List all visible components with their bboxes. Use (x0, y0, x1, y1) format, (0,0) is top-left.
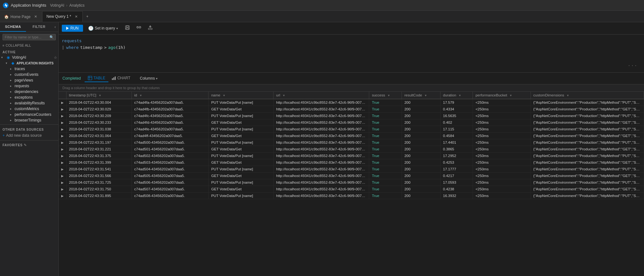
breadcrumb-item-2[interactable]: Analytics (69, 3, 85, 8)
row-expand-cell[interactable]: ▶ (59, 186, 66, 193)
row-expand-cell[interactable]: ▶ (59, 193, 66, 199)
row-expand-cell[interactable]: ▶ (59, 159, 66, 166)
row-expand-cell[interactable]: ▶ (59, 119, 66, 126)
tab-add[interactable]: + (83, 11, 92, 22)
sidebar-item-browsertimings[interactable]: ▸ browserTimings (0, 117, 58, 123)
th-timestamp[interactable]: timestamp [UTC] ▼ (66, 92, 132, 99)
row-expand-cell[interactable]: ▶ (59, 139, 66, 146)
expand-arrow-icon[interactable]: ▶ (61, 187, 64, 191)
success-filter-icon[interactable]: ▼ (387, 94, 390, 97)
export-button[interactable] (146, 24, 155, 32)
share-query-button[interactable] (134, 24, 143, 32)
expand-arrow-icon[interactable]: ▶ (61, 174, 64, 178)
expand-arrow-icon[interactable]: ▶ (61, 121, 64, 124)
collapse-all-btn[interactable]: ≡ COLLAPSE ALL (0, 42, 58, 49)
sidebar-tab-filter[interactable]: FILTER (26, 22, 52, 32)
save-query-button[interactable] (123, 24, 132, 32)
expand-arrow-icon[interactable]: ▶ (61, 161, 64, 164)
table-cell: {"AspNetCoreEnvironment":"Production","h… (531, 119, 644, 126)
table-row: ▶2018-04-02T22:43:31.221c74ad501-4345620… (59, 146, 644, 153)
votingai-star[interactable]: ☆ (54, 56, 57, 60)
row-expand-cell[interactable]: ▶ (59, 113, 66, 119)
table-cell: http://localhost:49341/c9bc8552-83e7-42c… (274, 133, 369, 139)
favorites-edit-icon[interactable]: ✎ (24, 143, 27, 147)
tab-table[interactable]: TABLE (85, 75, 108, 82)
table-cell: 200 (402, 126, 440, 133)
query-editor[interactable]: requests | where timestamp > ago (1h) ··… (59, 35, 644, 73)
run-button[interactable]: RUN (62, 25, 83, 32)
expand-arrow-icon[interactable]: ▶ (61, 168, 64, 171)
expand-arrow-icon[interactable]: ▶ (61, 141, 64, 144)
resultcode-filter-icon[interactable]: ▼ (424, 94, 427, 97)
editor-ago-arg: (1h) (116, 44, 126, 51)
table-cell: {"AspNetCoreEnvironment":"Production","h… (531, 186, 644, 193)
tab-home-close[interactable]: ✕ (33, 14, 38, 19)
table-cell: <250ms (473, 119, 531, 126)
sidebar-item-availabilityresults[interactable]: ▸ availabilityResults (0, 100, 58, 106)
sidebar-item-pageviews[interactable]: ▸ pageViews (0, 77, 58, 83)
th-id[interactable]: id ▼ (132, 92, 209, 99)
custommetrics-arrow: ▸ (10, 107, 15, 110)
sidebar-item-traces[interactable]: ▸ traces (0, 66, 58, 72)
url-filter-icon[interactable]: ▼ (282, 94, 285, 97)
th-resultcode[interactable]: resultCode ▼ (402, 92, 440, 99)
sidebar-item-performancecounters[interactable]: ▸ performanceCounters (0, 112, 58, 117)
expand-arrow-icon[interactable]: ▶ (61, 154, 64, 158)
row-expand-cell[interactable]: ▶ (59, 106, 66, 113)
duration-filter-icon[interactable]: ▼ (459, 94, 461, 97)
table-cell: True (369, 153, 402, 159)
row-expand-cell[interactable]: ▶ (59, 166, 66, 173)
table-cell: {"AspNetCoreEnvironment":"Production","h… (531, 166, 644, 173)
row-expand-cell[interactable]: ▶ (59, 99, 66, 106)
expand-arrow-icon[interactable]: ▶ (61, 148, 64, 151)
customdim-filter-icon[interactable]: ▼ (566, 94, 569, 97)
row-expand-cell[interactable]: ▶ (59, 153, 66, 159)
tab-chart[interactable]: CHART (108, 75, 133, 82)
tree-item-appinsights[interactable]: ▾ ◆ APPLICATION INSIGHTS (0, 60, 58, 66)
perfbucket-filter-icon[interactable]: ▼ (509, 94, 512, 97)
expand-arrow-icon[interactable]: ▶ (61, 181, 64, 184)
tree-item-votingai[interactable]: ▾ ◉ VotingAI ☆ (0, 55, 58, 60)
id-filter-icon[interactable]: ▼ (139, 94, 142, 97)
th-success[interactable]: success ▼ (369, 92, 402, 99)
sidebar-search-input[interactable] (3, 34, 56, 40)
set-in-query-btn[interactable]: 🕐 Set in query ▾ (86, 24, 120, 32)
table-cell: 17.579 (440, 99, 473, 106)
tab-query[interactable]: New Query 1 * ✕ (42, 11, 83, 22)
sidebar-collapse-btn[interactable]: ‹ (52, 22, 58, 32)
th-duration[interactable]: duration ▼ (440, 92, 473, 99)
row-expand-cell[interactable]: ▶ (59, 173, 66, 179)
expand-arrow-icon[interactable]: ▶ (61, 134, 64, 138)
sidebar-item-dependencies[interactable]: ▸ dependencies (0, 89, 58, 95)
expand-arrow-icon[interactable]: ▶ (61, 128, 64, 131)
expand-arrow-icon[interactable]: ▶ (61, 101, 64, 104)
sidebar-item-customevents[interactable]: ▸ customEvents (0, 72, 58, 77)
tab-home[interactable]: 🏠 Home Page ✕ (0, 11, 42, 22)
expand-arrow-icon[interactable]: ▶ (61, 114, 64, 118)
row-expand-cell[interactable]: ▶ (59, 133, 66, 139)
sidebar-tab-schema[interactable]: SCHEMA (0, 22, 26, 32)
th-name[interactable]: name ▼ (209, 92, 274, 99)
editor-timestamp: timestamp (80, 44, 102, 51)
expand-arrow-icon[interactable]: ▶ (61, 194, 64, 198)
results-table-container[interactable]: timestamp [UTC] ▼ id ▼ name ▼ url ▼ succ… (59, 92, 644, 276)
sidebar-item-exceptions[interactable]: ▸ exceptions (0, 95, 58, 100)
row-expand-cell[interactable]: ▶ (59, 126, 66, 133)
th-customdimensions[interactable]: customDimensions ▼ (531, 92, 644, 99)
breadcrumb-item-1[interactable]: VotingAI (50, 3, 64, 8)
timestamp-filter-icon[interactable]: ▼ (99, 94, 101, 97)
name-filter-icon[interactable]: ▼ (222, 94, 225, 97)
row-expand-cell[interactable]: ▶ (59, 146, 66, 153)
th-url[interactable]: url ▼ (274, 92, 369, 99)
tab-query-close[interactable]: ✕ (74, 14, 79, 19)
th-performancebucket[interactable]: performanceBucket ▼ (473, 92, 531, 99)
table-cell: http://localhost:49341/c9bc8552-83e7-42c… (274, 106, 369, 113)
expand-arrow-icon[interactable]: ▶ (61, 108, 64, 111)
sidebar-item-requests[interactable]: ▸ requests (0, 83, 58, 89)
svg-rect-3 (126, 28, 129, 29)
sidebar-item-custommetrics[interactable]: ▸ customMetrics (0, 106, 58, 112)
row-expand-cell[interactable]: ▶ (59, 179, 66, 186)
toolbar: RUN 🕐 Set in query ▾ (59, 22, 644, 35)
add-source-btn[interactable]: + Add new data source (0, 132, 58, 139)
columns-dropdown-btn[interactable]: Columns ▾ (137, 75, 160, 82)
